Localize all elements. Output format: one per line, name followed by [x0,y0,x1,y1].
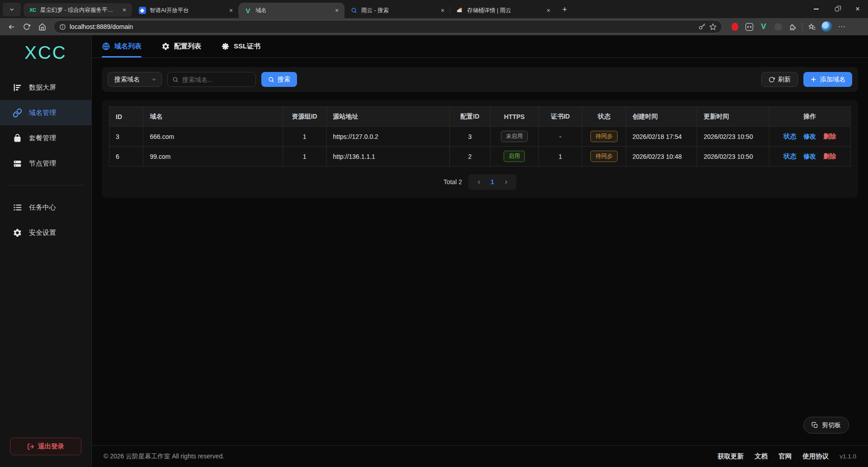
refresh-button[interactable]: 刷新 [761,72,798,87]
browser-tab-active[interactable]: V 域名 × [239,3,344,18]
browser-tab-1[interactable]: XC 星尘幻梦 - 综合内容服务平台 | 星 × [24,3,132,17]
home-button[interactable] [35,20,49,33]
clipboard-icon [811,422,818,429]
search-type-select[interactable]: 搜索域名 [108,72,162,87]
col-group: 资源组ID [283,107,326,127]
edit-action-link[interactable]: 修改 [803,133,816,141]
next-page-button[interactable] [500,176,512,187]
footer-link-updates[interactable]: 获取更新 [717,452,744,461]
tab-close-icon[interactable]: × [227,6,235,14]
address-bar[interactable]: localhost:8889/domain [53,20,722,33]
delete-action-link[interactable]: 删除 [823,152,836,161]
tab-close-icon[interactable]: × [120,6,128,14]
tab-label: 配置列表 [174,42,201,51]
col-created: 创建时间 [626,107,697,127]
cell-id: 6 [109,147,143,167]
bookmark-star-icon[interactable] [709,23,717,30]
cell-created: 2026/02/18 17:54 [626,127,697,147]
tab-title: 存储桶详情 | 雨云 [467,7,541,14]
tab-close-icon[interactable]: × [544,6,552,14]
github-extension-icon[interactable] [773,22,783,32]
certificate-seal-icon [221,42,230,51]
tab-favicon-zhipu [138,7,146,14]
delete-action-link[interactable]: 删除 [823,133,836,141]
refresh-button-label: 刷新 [778,76,791,84]
sidebar-item-security[interactable]: 安全设置 [0,220,91,245]
search-input[interactable] [182,76,251,83]
chevron-left-icon [476,179,482,185]
tab-close-icon[interactable]: × [333,6,341,14]
cell-origin: https://127.0.0.2 [326,127,449,147]
cell-updated: 2026/02/23 10:50 [697,127,769,147]
logout-button[interactable]: 退出登录 [10,438,81,455]
adblock-extension-icon[interactable] [730,22,740,32]
url-text[interactable]: localhost:8889/domain [70,23,695,30]
favorites-hub-icon[interactable] [807,22,817,32]
search-toolbar: 搜索域名 搜索 刷新 添加域名 [102,67,858,92]
footer-link-docs[interactable]: 文档 [755,452,768,461]
browser-toolbar: localhost:8889/domain V [0,18,868,35]
sidebar-item-plans[interactable]: 套餐管理 [0,125,91,151]
tab-ssl-certs[interactable]: SSL证书 [221,35,260,57]
cell-updated: 2026/02/23 10:50 [697,147,769,167]
col-updated: 更新时间 [697,107,769,127]
clipboard-button[interactable]: 剪切板 [803,417,849,434]
site-info-icon[interactable] [59,24,66,30]
tab-favicon-weather [456,7,463,14]
extensions-row: V [727,21,849,32]
page-tab-bar: 域名列表 配置列表 SSL证书 [92,35,868,58]
minimize-button[interactable] [806,0,826,18]
tab-title: 星尘幻梦 - 综合内容服务平台 | 星 [40,6,117,14]
browser-menu-icon[interactable] [837,22,847,32]
sidebar-item-domains[interactable]: 域名管理 [0,100,91,125]
footer-link-terms[interactable]: 使用协议 [802,452,829,461]
robot-extension-icon[interactable] [744,22,754,32]
footer-link-website[interactable]: 官网 [778,452,792,461]
search-button-label: 搜索 [278,76,290,84]
edit-action-link[interactable]: 修改 [803,152,816,161]
sidebar-item-label: 安全设置 [29,229,56,237]
reload-button[interactable] [20,20,33,33]
browser-tab-5[interactable]: 存储桶详情 | 雨云 × [450,3,556,18]
https-badge: 启用 [504,151,525,162]
col-domain: 域名 [143,107,283,127]
sidebar-item-label: 套餐管理 [29,134,56,143]
new-tab-button[interactable]: + [558,3,571,16]
search-button[interactable]: 搜索 [261,72,297,87]
profile-avatar[interactable] [821,21,832,32]
current-page[interactable]: 1 [486,176,498,187]
tab-label: 域名列表 [114,42,142,51]
sidebar-item-nodes[interactable]: 节点管理 [0,151,91,176]
browser-tab-4[interactable]: 雨云 - 搜索 × [344,3,450,18]
tab-close-icon[interactable]: × [439,6,447,14]
cell-domain: 99.com [143,147,283,167]
chevron-right-icon [503,179,509,185]
status-badge: 待同步 [590,131,618,142]
back-button[interactable] [5,20,18,33]
add-domain-button[interactable]: 添加域名 [803,72,852,87]
close-window-button[interactable]: × [847,0,868,18]
tab-search-button[interactable] [3,3,21,16]
cell-ops: 状态 修改 删除 [769,127,850,147]
prev-page-button[interactable] [473,176,485,187]
cell-ops: 状态 修改 删除 [769,147,850,167]
cell-status: 待同步 [582,127,626,147]
extensions-puzzle-icon[interactable] [788,22,797,32]
server-icon [13,159,22,168]
tab-domain-list[interactable]: 域名列表 [102,35,142,57]
sidebar-item-label: 节点管理 [29,159,56,168]
status-badge: 待同步 [590,151,618,162]
tab-favicon-search [350,7,358,14]
status-action-link[interactable]: 状态 [783,133,796,141]
restore-button[interactable] [826,0,847,18]
tab-config-list[interactable]: 配置列表 [161,35,201,57]
link-icon [13,108,22,118]
col-config: 配置ID [449,107,490,127]
refresh-icon [769,76,775,83]
browser-tab-2[interactable]: 智谱AI开放平台 × [133,3,239,18]
vue-devtools-extension-icon[interactable]: V [759,22,769,32]
sidebar-item-dashboard[interactable]: 数据大屏 [0,75,91,100]
status-action-link[interactable]: 状态 [783,152,796,161]
sidebar-item-tasks[interactable]: 任务中心 [0,195,91,220]
password-key-icon[interactable] [698,23,706,30]
